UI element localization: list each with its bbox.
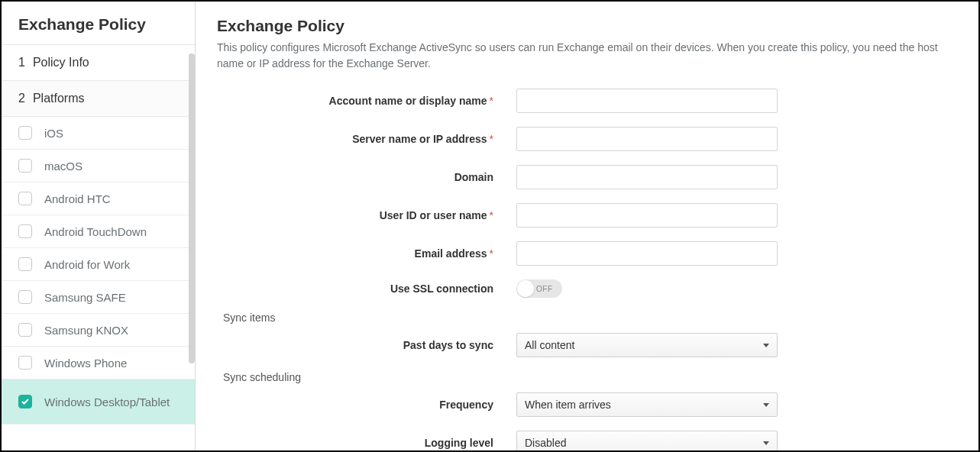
sidebar-scrollbar[interactable] xyxy=(189,53,195,450)
checkbox-icon[interactable] xyxy=(18,257,32,271)
label-text: Use SSL connection xyxy=(390,282,493,295)
checkbox-icon[interactable] xyxy=(18,126,32,140)
label-text: Logging level xyxy=(425,437,493,449)
select-value: All content xyxy=(525,339,574,351)
form-row-server-name: Server name or IP address* xyxy=(217,127,957,151)
label-email: Email address* xyxy=(217,247,493,260)
sidebar-header: Exchange Policy xyxy=(2,2,195,45)
control-past-days: All content xyxy=(516,333,778,357)
platform-item-android-for-work[interactable]: Android for Work xyxy=(2,248,195,281)
control-email xyxy=(516,241,778,266)
control-account-name xyxy=(516,89,778,113)
domain-input[interactable] xyxy=(516,165,778,189)
form-row-logging: Logging level Disabled xyxy=(217,431,957,450)
label-text: Email address xyxy=(415,247,487,260)
platform-label: iOS xyxy=(44,127,63,140)
label-domain: Domain xyxy=(217,171,493,183)
platform-label: Windows Desktop/Tablet xyxy=(44,396,170,408)
platform-item-macos[interactable]: macOS xyxy=(2,150,195,182)
select-value: Disabled xyxy=(525,437,566,449)
label-text: Domain xyxy=(454,171,493,183)
section-sync-items: Sync items xyxy=(223,312,957,324)
control-user-id xyxy=(516,203,778,228)
label-text: Frequency xyxy=(439,399,493,411)
platform-item-windows-desktop-tablet[interactable]: Windows Desktop/Tablet xyxy=(2,379,195,425)
control-frequency: When item arrives xyxy=(516,392,778,417)
chevron-down-icon xyxy=(763,441,769,445)
chevron-down-icon xyxy=(763,344,769,347)
ssl-toggle[interactable]: OFF xyxy=(516,279,562,298)
main-content: Exchange Policy This policy configures M… xyxy=(196,2,978,450)
section-sync-scheduling: Sync scheduling xyxy=(223,371,957,383)
label-user-id: User ID or user name* xyxy=(217,209,493,221)
toggle-knob xyxy=(517,280,534,297)
exchange-form: Account name or display name* Server nam… xyxy=(217,89,957,450)
frequency-select[interactable]: When item arrives xyxy=(516,392,778,417)
label-text: User ID or user name xyxy=(380,209,487,221)
form-row-email: Email address* xyxy=(217,241,957,266)
email-input[interactable] xyxy=(516,241,778,266)
step-item-platforms[interactable]: 2 Platforms xyxy=(2,81,195,117)
label-logging: Logging level xyxy=(217,437,493,449)
label-ssl: Use SSL connection xyxy=(217,282,493,295)
required-mark: * xyxy=(490,247,493,260)
platform-item-samsung-safe[interactable]: Samsung SAFE xyxy=(2,281,195,314)
user-id-input[interactable] xyxy=(516,203,778,228)
sidebar-title: Exchange Policy xyxy=(18,15,178,34)
required-mark: * xyxy=(490,133,493,145)
form-row-frequency: Frequency When item arrives xyxy=(217,392,957,417)
control-domain xyxy=(516,165,778,189)
label-account-name: Account name or display name* xyxy=(217,95,493,107)
platform-item-ios[interactable]: iOS xyxy=(2,117,195,150)
platform-label: Samsung KNOX xyxy=(44,324,128,337)
account-name-input[interactable] xyxy=(516,89,778,113)
required-mark: * xyxy=(490,95,493,107)
label-text: Account name or display name xyxy=(329,95,487,107)
platform-item-samsung-knox[interactable]: Samsung KNOX xyxy=(2,314,195,347)
form-row-past-days: Past days to sync All content xyxy=(217,333,957,357)
step-item-policy-info[interactable]: 1 Policy Info xyxy=(2,45,195,81)
platform-item-android-htc[interactable]: Android HTC xyxy=(2,182,195,215)
platform-label: Samsung SAFE xyxy=(44,291,126,304)
checkbox-icon[interactable] xyxy=(18,159,32,173)
page-description: This policy configures Microsoft Exchang… xyxy=(217,40,957,72)
control-server-name xyxy=(516,127,778,151)
toggle-text: OFF xyxy=(536,285,553,293)
step-label: Platforms xyxy=(33,92,85,105)
platform-label: Android TouchDown xyxy=(44,225,147,238)
platform-label: Android for Work xyxy=(44,258,130,271)
step-number: 2 xyxy=(18,92,25,105)
step-label: Policy Info xyxy=(33,56,89,69)
label-past-days: Past days to sync xyxy=(217,339,493,351)
platform-label: macOS xyxy=(44,160,82,173)
server-name-input[interactable] xyxy=(516,127,778,151)
page-title: Exchange Policy xyxy=(217,17,957,35)
platform-label: Windows Phone xyxy=(44,357,127,370)
label-server-name: Server name or IP address* xyxy=(217,133,493,145)
sidebar-list: 1 Policy Info 2 Platforms iOS macOS Andr… xyxy=(2,45,195,450)
past-days-select[interactable]: All content xyxy=(516,333,778,357)
label-text: Server name or IP address xyxy=(352,133,487,145)
control-ssl: OFF xyxy=(516,279,778,298)
platform-item-windows-phone[interactable]: Windows Phone xyxy=(2,347,195,379)
checkbox-icon[interactable] xyxy=(18,356,32,370)
sidebar: Exchange Policy 1 Policy Info 2 Platform… xyxy=(2,2,196,450)
label-frequency: Frequency xyxy=(217,399,493,411)
platform-label: Android HTC xyxy=(44,192,111,205)
form-row-user-id: User ID or user name* xyxy=(217,203,957,228)
platform-item-android-touchdown[interactable]: Android TouchDown xyxy=(2,215,195,248)
step-number: 1 xyxy=(18,56,25,69)
select-value: When item arrives xyxy=(525,399,611,411)
label-text: Past days to sync xyxy=(403,339,493,351)
checkbox-icon[interactable] xyxy=(18,224,32,238)
chevron-down-icon xyxy=(763,403,769,407)
logging-select[interactable]: Disabled xyxy=(516,431,778,450)
checkbox-icon[interactable] xyxy=(18,323,32,337)
checkbox-icon[interactable] xyxy=(18,395,32,408)
checkbox-icon[interactable] xyxy=(18,290,32,304)
form-row-domain: Domain xyxy=(217,165,957,189)
scrollbar-thumb[interactable] xyxy=(189,53,195,363)
control-logging: Disabled xyxy=(516,431,778,450)
form-row-account-name: Account name or display name* xyxy=(217,89,957,113)
checkbox-icon[interactable] xyxy=(18,192,32,205)
